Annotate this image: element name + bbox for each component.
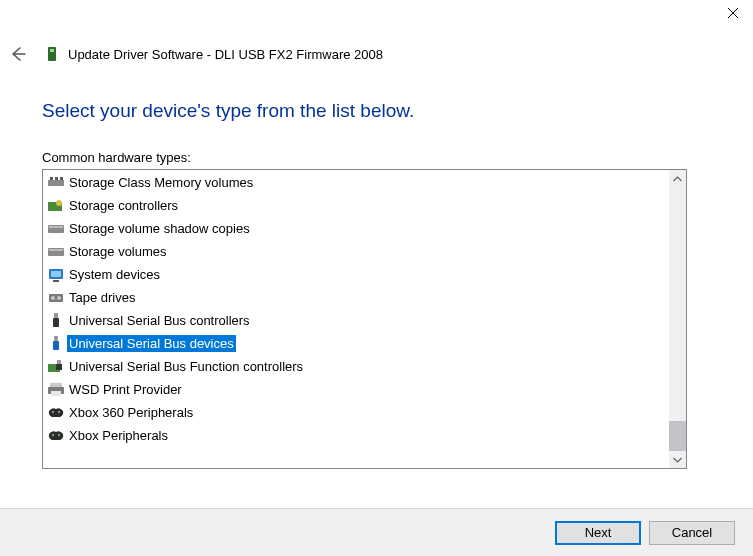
svg-rect-9 (49, 226, 63, 228)
list-item[interactable]: Storage controllers (45, 194, 669, 217)
svg-rect-13 (51, 271, 61, 277)
xbox-360-icon (47, 405, 65, 421)
list-item-label: Universal Serial Bus devices (67, 335, 236, 352)
storage-class-memory-icon (47, 175, 65, 191)
back-button[interactable] (6, 42, 30, 66)
svg-point-17 (57, 296, 61, 300)
svg-rect-24 (56, 364, 62, 370)
svg-rect-27 (51, 391, 61, 396)
svg-rect-18 (54, 313, 58, 318)
tape-drives-icon (47, 290, 65, 306)
svg-rect-2 (48, 180, 64, 186)
svg-rect-21 (53, 341, 59, 350)
list-item[interactable]: Xbox Peripherals (45, 424, 669, 447)
scroll-thumb[interactable] (669, 421, 686, 451)
storage-shadow-icon (47, 221, 65, 237)
list-item-label: Xbox Peripherals (67, 427, 170, 444)
svg-rect-3 (50, 177, 53, 180)
list-label: Common hardware types: (42, 150, 689, 165)
system-devices-icon (47, 267, 65, 283)
footer: Next Cancel (0, 508, 753, 556)
list-item-label: Universal Serial Bus Function controller… (67, 358, 305, 375)
list-item[interactable]: Storage volumes (45, 240, 669, 263)
scrollbar[interactable] (669, 170, 686, 468)
svg-point-29 (58, 410, 60, 412)
next-button[interactable]: Next (555, 521, 641, 545)
content: Select your device's type from the list … (42, 100, 689, 469)
svg-rect-14 (53, 280, 59, 282)
svg-rect-25 (50, 383, 62, 387)
svg-rect-5 (60, 177, 63, 180)
list-item[interactable]: Storage volume shadow copies (45, 217, 669, 240)
page-heading: Select your device's type from the list … (42, 100, 689, 122)
svg-rect-1 (50, 49, 54, 52)
list-item-label: Storage Class Memory volumes (67, 174, 255, 191)
list-item[interactable]: Xbox 360 Peripherals (45, 401, 669, 424)
list-item[interactable]: Storage Class Memory volumes (45, 171, 669, 194)
cancel-button[interactable]: Cancel (649, 521, 735, 545)
scroll-down-button[interactable] (669, 451, 686, 468)
svg-point-28 (52, 410, 54, 412)
list-item-label: Storage controllers (67, 197, 180, 214)
svg-rect-19 (53, 318, 59, 327)
svg-point-16 (51, 296, 55, 300)
usb-controllers-icon (47, 313, 65, 329)
list-item-label: WSD Print Provider (67, 381, 184, 398)
hardware-types-list[interactable]: Storage Class Memory volumesStorage cont… (42, 169, 687, 469)
window-title: Update Driver Software - DLI USB FX2 Fir… (68, 47, 383, 62)
list-item-label: System devices (67, 266, 162, 283)
list-item-label: Universal Serial Bus controllers (67, 312, 252, 329)
svg-rect-11 (49, 249, 63, 251)
list-item-label: Tape drives (67, 289, 137, 306)
header: Update Driver Software - DLI USB FX2 Fir… (6, 40, 753, 68)
list-item-label: Storage volume shadow copies (67, 220, 252, 237)
device-icon (44, 46, 60, 62)
svg-point-30 (52, 433, 54, 435)
list-item[interactable]: Universal Serial Bus Function controller… (45, 355, 669, 378)
usb-function-controllers-icon (47, 359, 65, 375)
list-item[interactable]: WSD Print Provider (45, 378, 669, 401)
xbox-peripherals-icon (47, 428, 65, 444)
list-item-label: Storage volumes (67, 243, 169, 260)
list-item[interactable]: System devices (45, 263, 669, 286)
wsd-print-icon (47, 382, 65, 398)
usb-devices-icon (47, 336, 65, 352)
scroll-up-button[interactable] (669, 170, 686, 187)
storage-controllers-icon (47, 198, 65, 214)
list-item[interactable]: Universal Serial Bus devices (45, 332, 669, 355)
svg-rect-4 (55, 177, 58, 180)
storage-volumes-icon (47, 244, 65, 260)
list-item-label: Xbox 360 Peripherals (67, 404, 195, 421)
list-item[interactable]: Tape drives (45, 286, 669, 309)
list-item[interactable]: Universal Serial Bus controllers (45, 309, 669, 332)
svg-point-7 (56, 200, 62, 206)
svg-rect-20 (54, 336, 58, 341)
close-button[interactable] (727, 6, 739, 22)
scroll-track[interactable] (669, 187, 686, 451)
svg-point-31 (58, 433, 60, 435)
